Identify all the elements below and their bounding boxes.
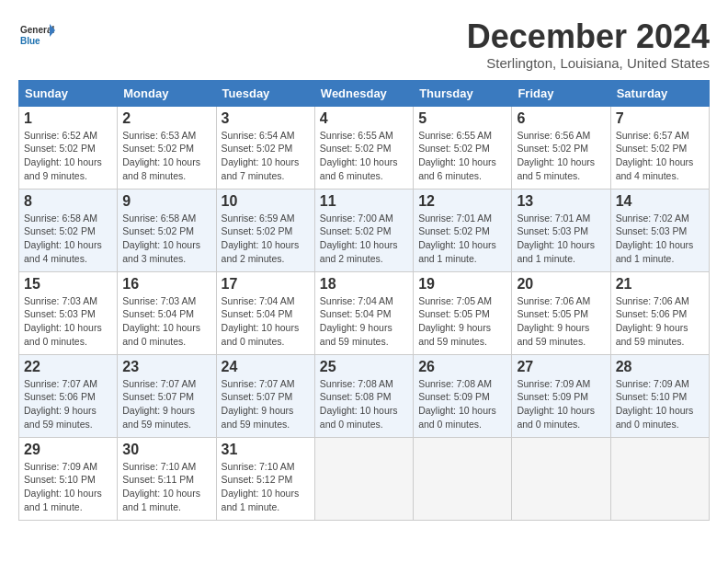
calendar-cell: 10Sunrise: 6:59 AMSunset: 5:02 PMDayligh… bbox=[216, 189, 314, 271]
day-number: 9 bbox=[122, 193, 210, 210]
day-info: Sunrise: 7:09 AMSunset: 5:10 PMDaylight:… bbox=[616, 377, 704, 431]
day-info: Sunrise: 6:54 AMSunset: 5:02 PMDaylight:… bbox=[222, 129, 310, 183]
col-tuesday: Tuesday bbox=[216, 80, 314, 106]
day-number: 26 bbox=[418, 359, 506, 375]
day-info: Sunrise: 6:55 AMSunset: 5:02 PMDaylight:… bbox=[418, 129, 506, 183]
day-info: Sunrise: 7:01 AMSunset: 5:03 PMDaylight:… bbox=[517, 212, 605, 266]
day-number: 23 bbox=[122, 359, 210, 375]
calendar-cell bbox=[314, 437, 413, 520]
header-row: Sunday Monday Tuesday Wednesday Thursday… bbox=[19, 80, 710, 106]
day-number: 6 bbox=[517, 110, 605, 127]
month-title: December 2024 bbox=[467, 18, 710, 55]
day-number: 30 bbox=[122, 442, 210, 458]
calendar-cell: 16Sunrise: 7:03 AMSunset: 5:04 PMDayligh… bbox=[118, 271, 216, 354]
col-thursday: Thursday bbox=[414, 80, 512, 106]
day-info: Sunrise: 7:06 AMSunset: 5:06 PMDaylight:… bbox=[616, 294, 704, 349]
calendar-cell: 15Sunrise: 7:03 AMSunset: 5:03 PMDayligh… bbox=[19, 271, 118, 354]
day-info: Sunrise: 7:07 AMSunset: 5:06 PMDaylight:… bbox=[24, 377, 112, 431]
location: Sterlington, Louisiana, United States bbox=[467, 55, 710, 71]
calendar-cell: 21Sunrise: 7:06 AMSunset: 5:06 PMDayligh… bbox=[610, 271, 709, 354]
calendar-cell: 25Sunrise: 7:08 AMSunset: 5:08 PMDayligh… bbox=[314, 354, 413, 437]
day-number: 4 bbox=[320, 110, 408, 127]
calendar-cell: 6Sunrise: 6:56 AMSunset: 5:02 PMDaylight… bbox=[512, 106, 610, 189]
day-info: Sunrise: 7:00 AMSunset: 5:02 PMDaylight:… bbox=[320, 212, 408, 266]
day-info: Sunrise: 6:57 AMSunset: 5:02 PMDaylight:… bbox=[616, 129, 704, 183]
calendar-cell: 3Sunrise: 6:54 AMSunset: 5:02 PMDaylight… bbox=[216, 106, 314, 189]
day-info: Sunrise: 7:05 AMSunset: 5:05 PMDaylight:… bbox=[418, 294, 506, 349]
calendar-week-1: 1Sunrise: 6:52 AMSunset: 5:02 PMDaylight… bbox=[19, 106, 710, 189]
calendar-week-4: 22Sunrise: 7:07 AMSunset: 5:06 PMDayligh… bbox=[19, 354, 710, 437]
calendar-cell: 9Sunrise: 6:58 AMSunset: 5:02 PMDaylight… bbox=[118, 189, 216, 271]
day-number: 20 bbox=[517, 276, 605, 293]
calendar-week-5: 29Sunrise: 7:09 AMSunset: 5:10 PMDayligh… bbox=[19, 437, 710, 520]
calendar-cell: 14Sunrise: 7:02 AMSunset: 5:03 PMDayligh… bbox=[610, 189, 709, 271]
calendar-cell: 29Sunrise: 7:09 AMSunset: 5:10 PMDayligh… bbox=[19, 437, 118, 520]
day-number: 17 bbox=[222, 276, 310, 293]
logo-icon: General Blue bbox=[18, 18, 55, 55]
day-number: 18 bbox=[320, 276, 408, 293]
calendar-cell: 24Sunrise: 7:07 AMSunset: 5:07 PMDayligh… bbox=[216, 354, 314, 437]
logo: General Blue bbox=[18, 18, 55, 55]
day-info: Sunrise: 6:52 AMSunset: 5:02 PMDaylight:… bbox=[24, 129, 112, 183]
day-info: Sunrise: 7:04 AMSunset: 5:04 PMDaylight:… bbox=[320, 294, 408, 349]
day-number: 29 bbox=[24, 442, 112, 458]
calendar-cell: 1Sunrise: 6:52 AMSunset: 5:02 PMDaylight… bbox=[19, 106, 118, 189]
day-info: Sunrise: 7:03 AMSunset: 5:04 PMDaylight:… bbox=[122, 294, 210, 349]
calendar-week-2: 8Sunrise: 6:58 AMSunset: 5:02 PMDaylight… bbox=[19, 189, 710, 271]
day-info: Sunrise: 6:53 AMSunset: 5:02 PMDaylight:… bbox=[122, 129, 210, 183]
calendar-week-3: 15Sunrise: 7:03 AMSunset: 5:03 PMDayligh… bbox=[19, 271, 710, 354]
calendar-cell: 11Sunrise: 7:00 AMSunset: 5:02 PMDayligh… bbox=[314, 189, 413, 271]
day-number: 28 bbox=[616, 359, 704, 375]
col-wednesday: Wednesday bbox=[314, 80, 413, 106]
day-number: 5 bbox=[418, 110, 506, 127]
calendar-cell: 27Sunrise: 7:09 AMSunset: 5:09 PMDayligh… bbox=[512, 354, 610, 437]
day-info: Sunrise: 6:56 AMSunset: 5:02 PMDaylight:… bbox=[517, 129, 605, 183]
day-number: 31 bbox=[222, 442, 310, 458]
page-header: General Blue December 2024 Sterlington, … bbox=[18, 18, 710, 71]
calendar-cell: 5Sunrise: 6:55 AMSunset: 5:02 PMDaylight… bbox=[414, 106, 512, 189]
day-info: Sunrise: 7:07 AMSunset: 5:07 PMDaylight:… bbox=[122, 377, 210, 431]
day-info: Sunrise: 7:10 AMSunset: 5:12 PMDaylight:… bbox=[222, 460, 310, 514]
svg-text:General: General bbox=[20, 25, 54, 35]
calendar-cell bbox=[610, 437, 709, 520]
day-number: 8 bbox=[24, 193, 112, 210]
calendar-cell: 23Sunrise: 7:07 AMSunset: 5:07 PMDayligh… bbox=[118, 354, 216, 437]
day-number: 13 bbox=[517, 193, 605, 210]
calendar-cell: 2Sunrise: 6:53 AMSunset: 5:02 PMDaylight… bbox=[118, 106, 216, 189]
col-monday: Monday bbox=[118, 80, 216, 106]
calendar-cell bbox=[414, 437, 512, 520]
title-section: December 2024 Sterlington, Louisiana, Un… bbox=[467, 18, 710, 71]
calendar-cell: 22Sunrise: 7:07 AMSunset: 5:06 PMDayligh… bbox=[19, 354, 118, 437]
calendar-cell: 26Sunrise: 7:08 AMSunset: 5:09 PMDayligh… bbox=[414, 354, 512, 437]
day-number: 3 bbox=[222, 110, 310, 127]
day-info: Sunrise: 6:55 AMSunset: 5:02 PMDaylight:… bbox=[320, 129, 408, 183]
calendar-cell: 28Sunrise: 7:09 AMSunset: 5:10 PMDayligh… bbox=[610, 354, 709, 437]
day-number: 24 bbox=[222, 359, 310, 375]
day-info: Sunrise: 7:09 AMSunset: 5:10 PMDaylight:… bbox=[24, 460, 112, 514]
calendar-cell: 17Sunrise: 7:04 AMSunset: 5:04 PMDayligh… bbox=[216, 271, 314, 354]
day-number: 19 bbox=[418, 276, 506, 293]
day-number: 1 bbox=[24, 110, 112, 127]
day-number: 14 bbox=[616, 193, 704, 210]
day-info: Sunrise: 7:08 AMSunset: 5:09 PMDaylight:… bbox=[418, 377, 506, 431]
calendar-cell: 31Sunrise: 7:10 AMSunset: 5:12 PMDayligh… bbox=[216, 437, 314, 520]
day-number: 11 bbox=[320, 193, 408, 210]
calendar-cell: 13Sunrise: 7:01 AMSunset: 5:03 PMDayligh… bbox=[512, 189, 610, 271]
calendar-cell: 30Sunrise: 7:10 AMSunset: 5:11 PMDayligh… bbox=[118, 437, 216, 520]
day-info: Sunrise: 7:09 AMSunset: 5:09 PMDaylight:… bbox=[517, 377, 605, 431]
calendar-cell: 7Sunrise: 6:57 AMSunset: 5:02 PMDaylight… bbox=[610, 106, 709, 189]
day-info: Sunrise: 7:03 AMSunset: 5:03 PMDaylight:… bbox=[24, 294, 112, 349]
day-number: 21 bbox=[616, 276, 704, 293]
day-info: Sunrise: 7:04 AMSunset: 5:04 PMDaylight:… bbox=[222, 294, 310, 349]
day-info: Sunrise: 7:02 AMSunset: 5:03 PMDaylight:… bbox=[616, 212, 704, 266]
calendar-cell: 12Sunrise: 7:01 AMSunset: 5:02 PMDayligh… bbox=[414, 189, 512, 271]
day-number: 22 bbox=[24, 359, 112, 375]
day-number: 12 bbox=[418, 193, 506, 210]
day-info: Sunrise: 6:58 AMSunset: 5:02 PMDaylight:… bbox=[122, 212, 210, 266]
day-number: 27 bbox=[517, 359, 605, 375]
calendar-cell: 19Sunrise: 7:05 AMSunset: 5:05 PMDayligh… bbox=[414, 271, 512, 354]
col-sunday: Sunday bbox=[19, 80, 118, 106]
calendar-cell: 18Sunrise: 7:04 AMSunset: 5:04 PMDayligh… bbox=[314, 271, 413, 354]
col-friday: Friday bbox=[512, 80, 610, 106]
calendar-table: Sunday Monday Tuesday Wednesday Thursday… bbox=[18, 80, 710, 521]
